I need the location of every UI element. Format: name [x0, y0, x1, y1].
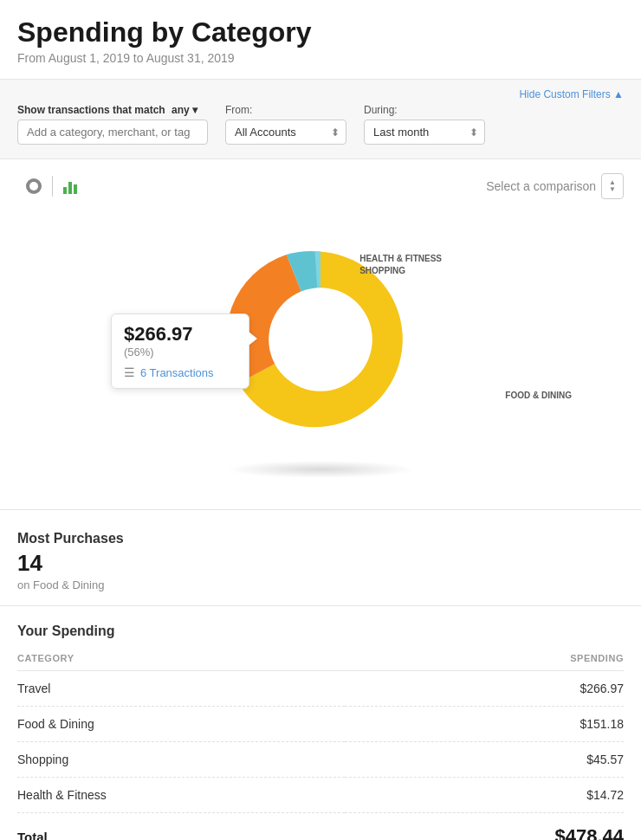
- tooltip-percent: (56%): [124, 346, 236, 359]
- comparison-label: Select a comparison: [486, 179, 596, 193]
- category-cell: Travel: [17, 671, 345, 707]
- from-select-wrapper: All Accounts ⬍: [225, 120, 346, 145]
- donut-center: [269, 288, 372, 391]
- svg-rect-2: [63, 187, 67, 194]
- tooltip-link-text: 6 Transactions: [140, 366, 214, 379]
- amount-cell: $266.97: [345, 671, 624, 707]
- total-amount: $478.44: [345, 813, 624, 840]
- svg-rect-3: [68, 182, 72, 194]
- svg-point-1: [29, 182, 38, 191]
- spending-title: Your Spending: [17, 624, 624, 639]
- list-icon: ☰: [124, 365, 135, 379]
- donut-chart-container: HEALTH & FITNESS SHOPPING FOOD & DINING …: [17, 210, 624, 469]
- spending-col-header: SPENDING: [345, 653, 624, 671]
- filter-any-label: any: [172, 104, 190, 116]
- spending-table-footer: Total $478.44 Export to CSV: [17, 813, 624, 840]
- page-title: Spending by Category: [17, 17, 624, 48]
- comparison-select-box[interactable]: ▲ ▼: [601, 173, 624, 199]
- amount-cell: $45.57: [345, 742, 624, 778]
- stats-title: Most Purchases: [17, 531, 624, 546]
- tooltip-card: $266.97 (56%) ☰ 6 Transactions: [111, 313, 249, 389]
- filter-match-group: Show transactions that match any ▾: [17, 104, 208, 145]
- page-subtitle: From August 1, 2019 to August 31, 2019: [17, 51, 624, 65]
- stats-subtitle: on Food & Dining: [17, 578, 624, 591]
- hide-filters-link[interactable]: Hide Custom Filters ▲: [17, 88, 624, 100]
- filter-match-text: Show transactions that match: [17, 104, 165, 116]
- spending-table: CATEGORY SPENDING Travel $266.97 Food & …: [17, 653, 624, 840]
- amount-cell: $151.18: [345, 707, 624, 742]
- spending-section: Your Spending CATEGORY SPENDING Travel $…: [0, 605, 641, 840]
- chart-section: Select a comparison ▲ ▼: [0, 159, 641, 492]
- category-col-header: CATEGORY: [17, 653, 345, 671]
- table-row: Shopping $45.57: [17, 742, 624, 778]
- spending-table-body: Travel $266.97 Food & Dining $151.18 Sho…: [17, 671, 624, 813]
- chart-icon-group: [17, 173, 87, 199]
- filter-during-label: During:: [364, 104, 485, 116]
- filter-from-label: From:: [225, 104, 346, 116]
- filter-bar: Hide Custom Filters ▲ Show transactions …: [0, 79, 641, 159]
- stats-section: Most Purchases 14 on Food & Dining: [0, 509, 641, 605]
- any-arrow-icon: ▾: [192, 104, 197, 116]
- from-select[interactable]: All Accounts: [225, 120, 346, 145]
- category-cell: Shopping: [17, 742, 345, 778]
- donut-chart-icon: [24, 177, 43, 196]
- table-row: Food & Dining $151.18: [17, 707, 624, 742]
- amount-cell: $14.72: [345, 778, 624, 813]
- filter-from-group: From: All Accounts ⬍: [225, 104, 346, 145]
- category-cell: Food & Dining: [17, 707, 345, 742]
- spending-total-row: Total $478.44: [17, 813, 624, 840]
- shopping-chart-label: SHOPPING: [359, 266, 405, 275]
- bar-chart-toggle[interactable]: [55, 173, 87, 199]
- tooltip-amount: $266.97: [124, 323, 236, 346]
- category-cell: Health & Fitness: [17, 778, 345, 813]
- category-filter-input[interactable]: [17, 120, 208, 145]
- comparison-wrapper: Select a comparison ▲ ▼: [486, 173, 624, 199]
- total-label: Total: [17, 813, 345, 840]
- tooltip-arrow: [249, 332, 257, 346]
- donut-chart-toggle[interactable]: [17, 173, 50, 199]
- table-row: Health & Fitness $14.72: [17, 778, 624, 813]
- bar-chart-icon: [62, 177, 81, 196]
- filter-match-label: Show transactions that match any ▾: [17, 104, 208, 116]
- filter-during-group: During: Last month This month Last 3 mon…: [364, 104, 485, 145]
- table-row: Travel $266.97: [17, 671, 624, 707]
- during-select[interactable]: Last month This month Last 3 months Cust…: [364, 120, 485, 145]
- svg-rect-4: [74, 184, 77, 194]
- stats-count: 14: [17, 550, 624, 577]
- spending-table-header-row: CATEGORY SPENDING: [17, 653, 624, 671]
- during-select-wrapper: Last month This month Last 3 months Cust…: [364, 120, 485, 145]
- health-fitness-label: HEALTH & FITNESS SHOPPING: [359, 253, 442, 277]
- comparison-arrows-icon: ▲ ▼: [609, 179, 616, 193]
- filter-row: Show transactions that match any ▾ From:…: [17, 104, 624, 145]
- chart-icon-divider: [52, 176, 53, 197]
- page-header: Spending by Category From August 1, 2019…: [0, 0, 641, 79]
- chart-controls: Select a comparison ▲ ▼: [17, 173, 624, 199]
- food-dining-chart-label: FOOD & DINING: [505, 391, 572, 400]
- tooltip-transactions-link[interactable]: ☰ 6 Transactions: [124, 365, 236, 379]
